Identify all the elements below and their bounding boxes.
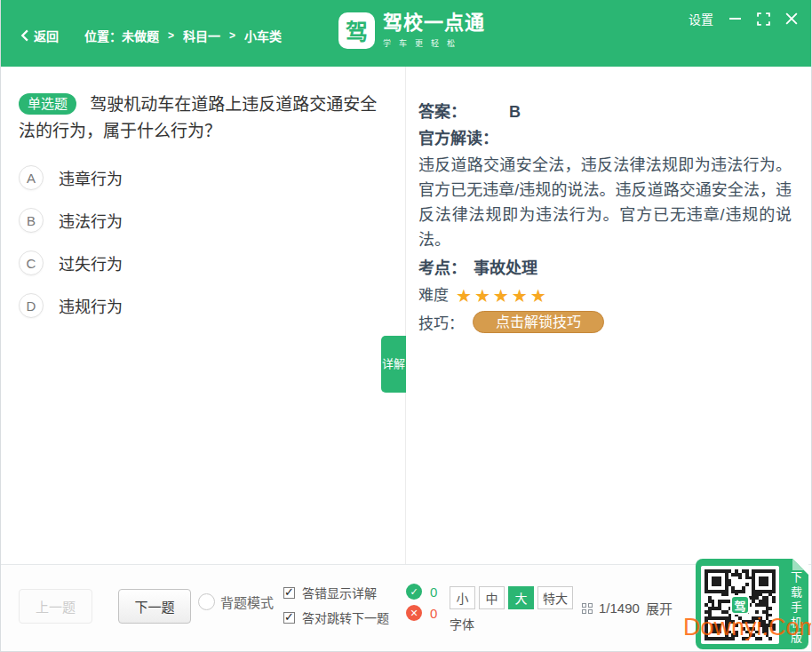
show-detail-on-wrong-checkbox[interactable]: 答错显示详解 — [283, 584, 389, 601]
breadcrumb-item-subject[interactable]: 科目一 — [183, 27, 220, 44]
qr-code-background: 驾 — [701, 566, 779, 644]
wrong-count: 0 — [430, 606, 437, 621]
option-c-label: 过失行为 — [59, 251, 123, 274]
option-d-circle: D — [19, 293, 44, 318]
logo-glyph-icon: 驾 — [338, 12, 375, 49]
question-type-badge: 单选题 — [19, 93, 76, 115]
settings-button[interactable]: 设置 — [689, 10, 713, 28]
official-interpretation-text: 违反道路交通安全法，违反法律法规即为违法行为。官方已无违章/违规的说法。违反道路… — [418, 153, 792, 252]
qr-logo-icon: 驾 — [730, 595, 750, 615]
answer-label: 答案： — [418, 99, 466, 125]
breadcrumb-item-vehicle[interactable]: 小车类 — [244, 27, 282, 44]
font-size-buttons: 小 中 大 特大 — [450, 586, 573, 609]
memorize-mode-label: 背题模式 — [220, 592, 274, 611]
option-b-circle: B — [19, 208, 44, 233]
window-controls: 设置 — [689, 10, 799, 28]
difficulty-row: 难度 ★★★★★ — [418, 282, 792, 309]
answer-value: B — [509, 103, 521, 122]
options-list: A 违章行为 B 违法行为 C 过失行为 D 违规行为 — [19, 165, 387, 318]
correct-count: 0 — [430, 584, 437, 600]
main-content: 单选题 驾驶机动车在道路上违反道路交通安全法的行为，属于什么行为？ A 违章行为… — [1, 67, 811, 565]
detail-tab[interactable]: 详解 — [381, 336, 406, 393]
keypoint-row: 考点： 事故处理 — [418, 255, 792, 282]
option-b-label: 违法行为 — [59, 209, 123, 232]
app-logo: 驾 驾校一点通 学车更轻松 — [338, 12, 485, 49]
download-mobile-label: 下载手机版 — [787, 571, 804, 647]
close-icon — [785, 12, 798, 25]
tip-label: 技巧： — [418, 311, 464, 333]
bottom-toolbar: 上一题 下一题 背题模式 答错显示详解 答对跳转下一题 ✓ 0 ✕ 0 — [1, 564, 811, 651]
jump-next-on-correct-label: 答对跳转下一题 — [302, 608, 389, 626]
tip-row: 技巧： 点击解锁技巧 — [418, 311, 792, 333]
memorize-mode-radio[interactable]: 背题模式 — [198, 592, 274, 611]
download-app-panel[interactable]: 驾 下载手机版 — [696, 559, 808, 649]
expand-label: 展开 — [646, 599, 673, 617]
next-question-button[interactable]: 下一题 — [118, 589, 191, 624]
checkbox-icon — [283, 612, 295, 624]
font-size-xlarge-button[interactable]: 特大 — [537, 586, 573, 609]
font-size-medium-button[interactable]: 中 — [479, 586, 505, 609]
question-panel: 单选题 驾驶机动车在道路上违反道路交通安全法的行为，属于什么行为？ A 违章行为… — [1, 67, 405, 565]
radio-icon — [198, 593, 215, 610]
minimize-button[interactable] — [728, 12, 742, 26]
option-d[interactable]: D 违规行为 — [19, 293, 387, 318]
option-a[interactable]: A 违章行为 — [19, 165, 387, 190]
unlock-tip-button[interactable]: 点击解锁技巧 — [473, 311, 604, 333]
top-header: 设置 返回 位置：未做题 > 科目一 > 小车类 驾 驾校一点通 学车更轻松 — [1, 0, 811, 67]
fold-corner-icon — [792, 559, 808, 575]
show-detail-on-wrong-label: 答错显示详解 — [302, 584, 377, 601]
font-label: 字体 — [450, 615, 474, 632]
option-b[interactable]: B 违法行为 — [19, 208, 387, 233]
breadcrumb-separator: > — [229, 29, 235, 42]
score-counters: ✓ 0 ✕ 0 — [406, 584, 437, 621]
back-button[interactable]: 返回 — [20, 27, 59, 44]
option-a-circle: A — [19, 165, 44, 190]
logo-title: 驾校一点通 — [383, 12, 485, 35]
chevron-left-icon — [20, 29, 28, 42]
question-progress: 1/1490 — [599, 600, 640, 616]
keypoint-label: 考点： — [418, 255, 466, 282]
correct-counter: ✓ 0 — [406, 584, 437, 600]
option-c[interactable]: C 过失行为 — [19, 250, 387, 275]
option-c-circle: C — [19, 250, 44, 275]
font-size-large-button[interactable]: 大 — [508, 586, 534, 609]
option-a-label: 违章行为 — [59, 166, 123, 189]
app-window: 设置 返回 位置：未做题 > 科目一 > 小车类 驾 驾校一点通 学车更轻松 — [0, 0, 812, 652]
maximize-button[interactable] — [756, 12, 770, 26]
official-interpretation-label: 官方解读： — [418, 125, 792, 153]
grid-icon — [582, 603, 593, 614]
keypoint-value: 事故处理 — [474, 255, 537, 282]
breadcrumb-location: 位置：未做题 — [84, 27, 159, 44]
prev-question-button[interactable]: 上一题 — [19, 589, 92, 624]
minimize-icon — [729, 18, 741, 20]
checkbox-icon — [283, 587, 295, 599]
close-button[interactable] — [784, 12, 799, 26]
question-index-expand[interactable]: 1/1490 展开 — [582, 599, 673, 617]
wrong-cross-icon: ✕ — [406, 605, 422, 621]
maximize-icon — [757, 12, 770, 26]
settings-checkboxes: 答错显示详解 答对跳转下一题 — [283, 584, 389, 626]
wrong-counter: ✕ 0 — [406, 605, 437, 621]
jump-next-on-correct-checkbox[interactable]: 答对跳转下一题 — [283, 608, 389, 626]
correct-check-icon: ✓ — [406, 584, 422, 600]
breadcrumb: 位置：未做题 > 科目一 > 小车类 — [84, 27, 282, 44]
back-label: 返回 — [34, 27, 59, 44]
answer-row: 答案： B — [418, 99, 792, 125]
logo-subtitle: 学车更轻松 — [383, 37, 485, 49]
difficulty-label: 难度 — [418, 282, 449, 309]
answer-panel: 答案： B 官方解读： 违反道路交通安全法，违反法律法规即为违法行为。官方已无违… — [406, 67, 812, 565]
difficulty-stars: ★★★★★ — [456, 282, 549, 309]
font-size-small-button[interactable]: 小 — [450, 586, 475, 609]
question-text-block: 单选题 驾驶机动车在道路上违反道路交通安全法的行为，属于什么行为？ — [19, 91, 387, 145]
option-d-label: 违规行为 — [59, 294, 123, 317]
breadcrumb-separator: > — [168, 29, 174, 42]
